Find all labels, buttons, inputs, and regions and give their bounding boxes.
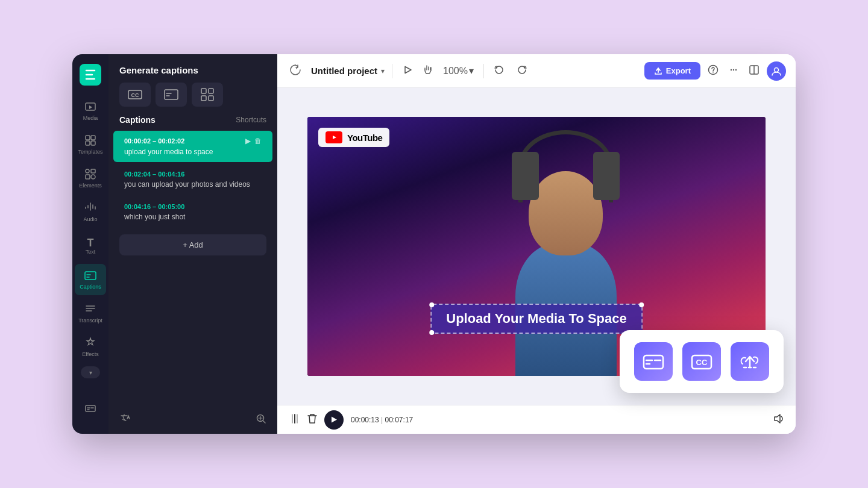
topbar: Untitled project ▾ 100% <box>277 54 796 88</box>
sidebar-item-audio[interactable]: Audio <box>75 196 106 228</box>
caption-item-2[interactable]: 00:02:04 – 00:04:16 you can upload your … <box>113 164 272 195</box>
sidebar: Media Templates <box>72 54 108 434</box>
captions-panel: Generate captions CC <box>108 54 277 434</box>
hand-tool-btn[interactable] <box>420 62 436 80</box>
sidebar-item-subtitles[interactable] <box>75 393 106 424</box>
search-captions-btn[interactable] <box>256 413 266 427</box>
sidebar-item-templates[interactable]: Templates <box>75 129 106 160</box>
zoom-label: 100% <box>443 66 468 77</box>
transcript-icon <box>84 303 96 317</box>
delete-caption-btn-1[interactable]: 🗑 <box>254 137 262 145</box>
sidebar-item-label: Templates <box>78 149 102 155</box>
help-btn[interactable] <box>705 62 721 80</box>
captions-icon <box>84 269 96 283</box>
scan-mode-btn[interactable] <box>192 83 223 107</box>
panel-footer <box>108 406 277 434</box>
sidebar-item-label: Effects <box>82 352 98 357</box>
zoom-control[interactable]: 100% ▾ <box>441 63 476 79</box>
canvas-area: YouTube Upload Your Media To Space <box>277 88 796 405</box>
caption-text-3: which you just shot <box>124 213 262 221</box>
caption-item-3[interactable]: 00:04:16 – 00:05:00 which you just shot <box>113 197 272 227</box>
caption-overlay-text: Upload Your Media To Space <box>446 311 627 326</box>
svg-rect-15 <box>86 405 95 411</box>
sidebar-item-text[interactable]: T Text <box>75 230 106 261</box>
float-icon-upload <box>731 342 769 381</box>
handle-tl[interactable] <box>429 302 434 307</box>
user-avatar[interactable] <box>767 61 786 81</box>
youtube-icon <box>326 131 342 143</box>
project-name: Untitled project <box>311 66 377 76</box>
svg-rect-7 <box>86 175 90 179</box>
handle-bl[interactable] <box>429 330 434 335</box>
captions-mode-btn[interactable]: CC <box>119 83 151 107</box>
sidebar-item-label: Text <box>86 249 96 255</box>
elements-icon <box>84 168 96 182</box>
caption-time-2: 00:02:04 – 00:04:16 <box>124 170 184 178</box>
floating-feature-card: CC <box>620 330 784 393</box>
youtube-text: YouTube <box>347 133 382 143</box>
float-icon-cc: CC <box>682 342 721 381</box>
youtube-logo: YouTube <box>318 128 389 147</box>
panel-icon-row: CC <box>108 83 277 115</box>
caption-overlay[interactable]: Upload Your Media To Space <box>430 304 643 334</box>
subtitles-mode-btn[interactable] <box>156 83 187 107</box>
project-name-area[interactable]: Untitled project ▾ <box>311 66 385 76</box>
templates-icon <box>84 134 96 148</box>
zoom-chevron: ▾ <box>469 65 474 77</box>
topbar-controls: 100% ▾ <box>400 62 476 80</box>
svg-rect-2 <box>91 136 95 140</box>
redo-btn[interactable] <box>514 62 530 80</box>
svg-rect-25 <box>209 89 213 93</box>
delete-btn[interactable] <box>307 413 317 426</box>
caption-text-2: you can upload your photos and videos <box>124 180 262 189</box>
export-btn[interactable]: Export <box>644 62 700 80</box>
sidebar-item-transcript[interactable]: Transcript <box>75 298 106 329</box>
play-caption-btn-1[interactable]: ▶ <box>245 137 251 145</box>
svg-rect-41 <box>644 355 663 369</box>
play-mode-btn[interactable] <box>400 62 415 80</box>
add-caption-btn[interactable]: + Add <box>119 234 266 255</box>
translate-btn[interactable] <box>119 413 131 427</box>
float-icon-subtitles <box>634 342 673 381</box>
main-play-btn[interactable] <box>324 410 344 430</box>
svg-rect-4 <box>91 141 95 145</box>
svg-rect-6 <box>91 169 95 173</box>
topbar-right: Export <box>644 61 786 81</box>
sidebar-item-captions[interactable]: Captions <box>75 264 106 295</box>
app-logo[interactable] <box>80 64 101 86</box>
svg-rect-21 <box>165 90 178 99</box>
trim-btn[interactable] <box>289 413 300 426</box>
handle-tr[interactable] <box>639 302 644 307</box>
audio-icon <box>84 202 96 216</box>
sidebar-item-label: Transcript <box>78 318 102 324</box>
more-btn[interactable] <box>726 62 741 80</box>
caption-item-1[interactable]: 00:00:02 – 00:02:02 ▶ 🗑 upload your medi… <box>113 131 272 162</box>
current-time: 00:00:13 | 00:07:17 <box>351 416 413 424</box>
panel-title: Generate captions <box>108 54 277 83</box>
sidebar-item-media[interactable]: Media <box>75 95 106 127</box>
media-icon <box>84 101 96 114</box>
svg-point-35 <box>733 69 734 70</box>
layout-btn[interactable] <box>746 62 762 80</box>
sidebar-item-label: Media <box>83 116 98 121</box>
caption-time-1: 00:00:02 – 00:02:02 <box>124 137 184 145</box>
volume-btn[interactable] <box>773 413 784 426</box>
caption-time-3: 00:04:16 – 00:05:00 <box>124 203 184 210</box>
sidebar-item-effects[interactable]: Effects <box>75 331 106 363</box>
shortcuts-link[interactable]: Shortcuts <box>236 116 266 124</box>
svg-rect-1 <box>86 136 90 140</box>
svg-point-8 <box>91 175 95 179</box>
playback-bar: 00:00:13 | 00:07:17 <box>277 405 796 434</box>
topbar-separator <box>392 64 392 78</box>
svg-rect-26 <box>201 96 206 101</box>
undo-btn[interactable] <box>491 62 507 80</box>
sidebar-item-elements[interactable]: Elements <box>75 163 106 194</box>
svg-text:CC: CC <box>131 92 139 98</box>
captions-header: Captions Shortcuts <box>108 115 277 131</box>
save-btn[interactable] <box>287 61 304 81</box>
svg-point-5 <box>86 169 89 173</box>
expand-btn[interactable]: ▾ <box>81 366 100 378</box>
captions-label: Captions <box>119 115 156 125</box>
svg-point-33 <box>712 72 714 73</box>
sidebar-item-label: Captions <box>80 284 101 290</box>
